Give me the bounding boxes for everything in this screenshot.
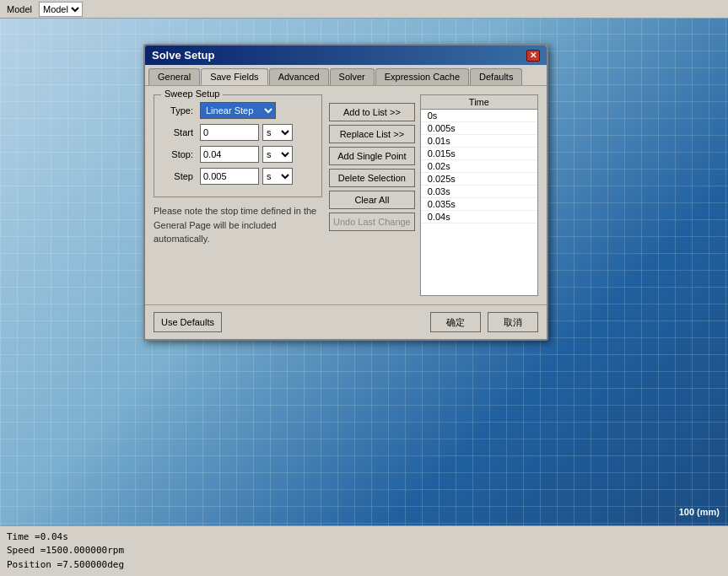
statusbar: Time =0.04s Speed =1500.000000rpm Positi… [0,525,728,576]
dialog-title: Solve Setup [152,49,214,62]
list-item[interactable]: 0.015s [421,148,537,160]
time-list-container: Time 0s0.005s0.01s0.015s0.02s0.025s0.03s… [420,94,538,296]
status-speed: Speed =1500.000000rpm [7,544,124,558]
status-time: Time =0.04s [7,530,68,545]
tab-bar: General Save Fields Advanced Solver Expr… [145,65,547,86]
delete-selection-button[interactable]: Delete Selection [329,169,415,187]
stop-unit-select[interactable]: s ms [262,146,293,163]
list-item[interactable]: 0s [421,110,537,122]
replace-list-button[interactable]: Replace List >> [329,125,415,143]
start-row: Start s ms [163,124,313,141]
tab-defaults[interactable]: Defaults [470,68,522,85]
tab-save-fields[interactable]: Save Fields [201,68,267,85]
dialog-backdrop: Solve Setup ✕ General Save Fields Advanc… [0,19,728,525]
list-item[interactable]: 0.04s [421,211,537,223]
step-input[interactable] [200,168,259,185]
list-item[interactable]: 0.035s [421,198,537,211]
sweep-setup-label: Sweep Setup [161,89,223,99]
clear-all-button[interactable]: Clear All [329,191,415,209]
list-item[interactable]: 0.025s [421,173,537,186]
stop-label: Stop: [163,149,197,159]
start-unit-select[interactable]: s ms [262,124,293,141]
tab-general[interactable]: General [148,68,200,85]
step-row: Step s ms [163,168,313,185]
tab-solver[interactable]: Solver [330,68,375,85]
stop-row: Stop: s ms [163,146,313,163]
model-label: Model [3,3,35,15]
footer-actions: 确定 取消 [430,312,538,332]
use-defaults-button[interactable]: Use Defaults [154,312,222,332]
start-label: Start [163,127,197,137]
undo-last-change-button[interactable]: Undo Last Change [329,213,415,231]
tab-expression-cache[interactable]: Expression Cache [375,68,469,85]
toolbar: Model Model [0,0,728,19]
start-input[interactable] [200,124,259,141]
add-single-point-button[interactable]: Add Single Point [329,147,415,165]
type-label: Type: [163,105,197,116]
add-to-list-button[interactable]: Add to List >> [329,103,415,121]
type-select[interactable]: Linear Step Linear Count Decade Count [200,102,276,119]
list-item[interactable]: 0.03s [421,186,537,198]
confirm-button[interactable]: 确定 [430,312,481,332]
dialog-footer: Use Defaults 确定 取消 [145,304,547,339]
list-item[interactable]: 0.02s [421,160,537,173]
type-row: Type: Linear Step Linear Count Decade Co… [163,102,313,119]
cancel-button[interactable]: 取消 [488,312,538,332]
note-text: Please note the stop time defined in the… [154,204,322,246]
dialog-body: Sweep Setup Type: Linear Step Linear Cou… [145,86,547,304]
close-button[interactable]: ✕ [526,50,540,62]
time-list-header: Time [421,95,537,110]
solve-setup-dialog: Solve Setup ✕ General Save Fields Advanc… [143,44,548,341]
list-item[interactable]: 0.01s [421,135,537,148]
dialog-titlebar: Solve Setup ✕ [145,46,547,65]
time-list-area: Time 0s0.005s0.01s0.015s0.02s0.025s0.03s… [420,94,538,296]
model-select[interactable]: Model [39,2,83,17]
stop-input[interactable] [200,146,259,163]
step-unit-select[interactable]: s ms [262,168,293,185]
time-list[interactable]: 0s0.005s0.01s0.015s0.02s0.025s0.03s0.035… [421,110,537,295]
tab-advanced[interactable]: Advanced [269,68,329,85]
step-label: Step [163,171,197,181]
action-buttons: Add to List >> Replace List >> Add Singl… [329,94,415,296]
list-item[interactable]: 0.005s [421,122,537,135]
status-position: Position =7.500000deg [7,558,124,573]
sweep-setup-group: Sweep Setup Type: Linear Step Linear Cou… [154,94,322,197]
